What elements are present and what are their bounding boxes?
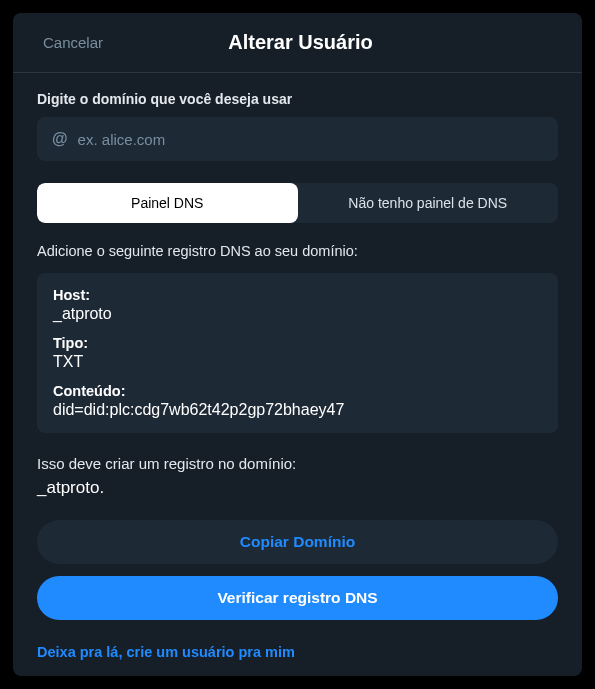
domain-input-wrapper[interactable]: @ [37,117,558,161]
dialog-title: Alterar Usuário [43,31,558,54]
result-text: Isso deve criar um registro no domínio: [37,455,558,472]
tabs-container: Painel DNS Não tenho painel de DNS [37,183,558,223]
dns-content-label: Conteúdo: [53,383,542,399]
dialog-header: Cancelar Alterar Usuário [13,13,582,73]
dns-type-label: Tipo: [53,335,542,351]
create-handle-link[interactable]: Deixa pra lá, crie um usuário pra mim [37,644,295,660]
dialog-container: Cancelar Alterar Usuário Digite o domíni… [13,13,582,676]
dns-content-row: Conteúdo: did=did:plc:cdg7wb62t42p2gp72b… [53,383,542,419]
dialog-body: Digite o domínio que você deseja usar @ … [13,73,582,679]
verify-dns-button[interactable]: Verificar registro DNS [37,576,558,620]
domain-label: Digite o domínio que você deseja usar [37,91,558,107]
domain-input[interactable] [78,131,543,148]
at-icon: @ [52,130,68,148]
result-domain: _atproto. [37,478,558,498]
dns-record-box: Host: _atproto Tipo: TXT Conteúdo: did=d… [37,273,558,433]
dns-type-row: Tipo: TXT [53,335,542,371]
cancel-button[interactable]: Cancelar [43,34,103,51]
tab-dns-panel[interactable]: Painel DNS [37,183,298,223]
dns-host-label: Host: [53,287,542,303]
dns-content-value: did=did:plc:cdg7wb62t42p2gp72bhaey47 [53,401,542,419]
dns-instruction: Adicione o seguinte registro DNS ao seu … [37,243,558,259]
dns-host-row: Host: _atproto [53,287,542,323]
tab-no-dns-panel[interactable]: Não tenho painel de DNS [298,183,559,223]
dns-host-value: _atproto [53,305,542,323]
dns-type-value: TXT [53,353,542,371]
copy-domain-button[interactable]: Copiar Domínio [37,520,558,564]
